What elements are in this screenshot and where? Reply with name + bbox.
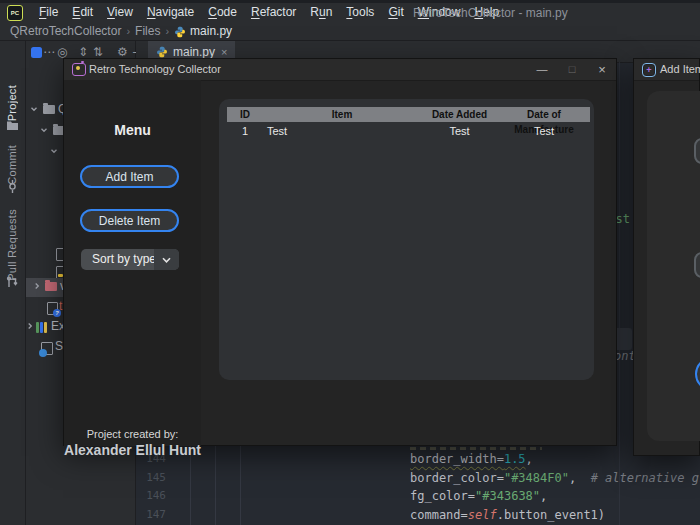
dropdown-label: Sort by type	[92, 252, 156, 266]
menu-refactor[interactable]: Refactor	[244, 3, 303, 22]
column-header-date-of-manufacture[interactable]: Date of Manufacture	[498, 107, 590, 122]
menu-file[interactable]: File	[32, 3, 65, 22]
locate-icon[interactable]: ◎	[57, 46, 67, 58]
menu-heading: Menu	[64, 122, 201, 138]
stripe-item-commit[interactable]: Commit	[6, 145, 18, 185]
pycharm-logo-icon[interactable]: PC	[7, 5, 23, 21]
add-item-entry-field[interactable]	[694, 138, 700, 164]
collapse-all-icon[interactable]: ⇅	[93, 46, 103, 58]
line-number: 146	[140, 487, 166, 505]
settings-icon[interactable]: ⚙	[117, 46, 128, 58]
window-title: Retro Technology Collector	[89, 63, 221, 75]
sort-by-type-dropdown[interactable]: Sort by type	[81, 249, 179, 270]
project-folder-icon[interactable]	[6, 119, 19, 132]
external-libraries-icon	[36, 322, 48, 333]
maximize-button[interactable]: □	[557, 59, 587, 80]
footer-author: Alexander Ellul Hunt	[64, 442, 201, 458]
add-item-window: + Add Item Menu	[633, 58, 700, 456]
table-cell: Test	[421, 123, 498, 139]
table-cell: 1	[227, 123, 263, 139]
delete-item-button[interactable]: Delete Item	[80, 209, 179, 232]
table-header[interactable]: IDItemDate AddedDate of Manufacture	[227, 107, 590, 122]
python-file-icon	[174, 26, 186, 38]
unversioned-file-icon: ?	[47, 302, 58, 315]
code-line: border_width=1.5,	[410, 450, 533, 468]
excluded-folder-icon	[45, 282, 57, 291]
expand-all-icon[interactable]: ⇕	[78, 46, 88, 58]
line-number: 145	[140, 469, 166, 487]
table-cell: Test	[498, 123, 590, 139]
column-header-date-added[interactable]: Date Added	[421, 107, 498, 122]
add-item-window-title: Add Item Menu	[660, 63, 700, 75]
tab-label: main.py	[173, 45, 215, 59]
stripe-item-pull-requests[interactable]: Pull Requests	[6, 209, 18, 281]
menu-tools[interactable]: Tools	[339, 3, 381, 22]
menu-sidebar: Menu Add Item Delete Item Sort by type P…	[64, 80, 201, 446]
chevron-right-icon[interactable]	[33, 282, 41, 290]
breadcrumb-item[interactable]: main.py	[190, 24, 232, 38]
breadcrumb: QRetroTechCollector›Files›main.py	[0, 22, 700, 40]
menu-git[interactable]: Git	[381, 3, 410, 22]
minimize-button[interactable]: —	[527, 59, 557, 80]
python-file-icon	[156, 46, 168, 58]
close-button[interactable]: ×	[587, 59, 617, 80]
ide-menubar: PC FileEditViewNavigateCodeRefactorRunTo…	[0, 3, 700, 22]
footer-caption: Project created by:	[64, 428, 201, 440]
retro-collector-titlebar[interactable]: Retro Technology Collector — □ ×	[64, 59, 616, 81]
column-header-item[interactable]: Item	[263, 107, 421, 122]
breadcrumb-item[interactable]: QRetroTechCollector	[10, 24, 121, 38]
menu-view[interactable]: View	[100, 3, 140, 22]
menu-run[interactable]: Run	[303, 3, 339, 22]
breadcrumb-separator: ›	[165, 25, 169, 37]
menu-code[interactable]: Code	[201, 3, 244, 22]
chevron-down-icon[interactable]	[40, 126, 48, 134]
table-cell: Test	[263, 123, 421, 139]
line-number: 147	[140, 506, 166, 524]
screenshot-root: PC FileEditViewNavigateCodeRefactorRunTo…	[0, 0, 700, 525]
tree-item-label[interactable]: t	[59, 299, 62, 313]
chevron-down-icon[interactable]	[50, 147, 58, 155]
stripe-item-project[interactable]: Project	[6, 85, 18, 121]
add-item-entry-field[interactable]	[694, 252, 700, 278]
table-row[interactable]: 1TestTestTest	[227, 123, 590, 139]
folder-icon	[43, 105, 55, 114]
chevron-down-icon[interactable]	[154, 249, 179, 270]
code-line: border_color="#3484F0", # alternative gr…	[410, 469, 700, 487]
add-item-button[interactable]: Add Item	[80, 165, 179, 188]
code-area[interactable]: 144border_width=1.5,145border_color="#34…	[136, 450, 700, 525]
retro-collector-window: Retro Technology Collector — □ × Menu Ad…	[63, 58, 617, 446]
menu-navigate[interactable]: Navigate	[140, 3, 201, 22]
tab-close-icon[interactable]: ×	[221, 46, 227, 58]
app-camera-icon	[72, 63, 86, 76]
breadcrumb-item[interactable]: Files	[135, 24, 160, 38]
ide-window-title: RetroTechCollector - main.py	[413, 6, 568, 20]
add-item-titlebar[interactable]: + Add Item Menu	[634, 59, 699, 81]
breadcrumb-separator: ›	[126, 25, 130, 37]
items-table-panel: IDItemDate AddedDate of Manufacture 1Tes…	[219, 99, 594, 380]
code-line: command=self.button_event1)	[410, 506, 605, 524]
select-opened-file-icon[interactable]	[31, 47, 42, 58]
add-item-form-panel	[647, 91, 700, 441]
chevron-down-icon[interactable]	[30, 105, 38, 113]
tool-stripe: Project Commit Pull Requests	[0, 41, 26, 525]
commit-icon[interactable]	[6, 180, 19, 193]
chevron-right-icon[interactable]	[26, 322, 34, 330]
code-line: fg_color="#343638",	[410, 487, 547, 505]
menu-edit[interactable]: Edit	[65, 3, 100, 22]
pull-requests-icon[interactable]	[6, 276, 19, 289]
column-header-id[interactable]: ID	[227, 107, 263, 122]
scratches-icon	[41, 342, 53, 355]
more-options-icon[interactable]: ⋯	[43, 46, 55, 58]
add-item-app-icon: +	[642, 63, 656, 77]
